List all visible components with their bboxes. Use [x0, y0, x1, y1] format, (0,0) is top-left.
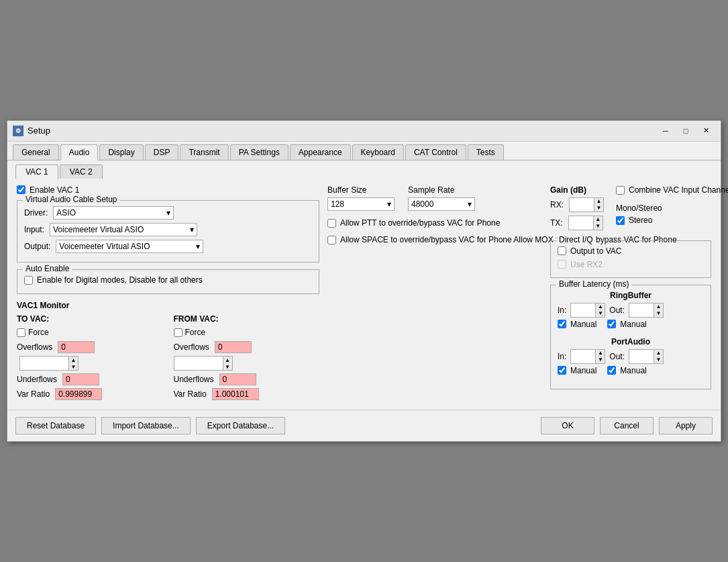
from-vac-ratio-row: 1.000000 ▲ ▼	[174, 356, 320, 371]
rb-in-spinbox[interactable]: 20 ▲ ▼	[570, 303, 605, 318]
driver-row: Driver: ASIO ▾	[24, 206, 312, 220]
rb-in-down[interactable]: ▼	[595, 310, 605, 317]
pa-in-row: In: 0 ▲ ▼ Out: 0	[558, 349, 704, 364]
right-buttons: OK Cancel Apply	[541, 417, 713, 434]
buffer-latency-group: Buffer Latency (ms) RingBuffer In: 20 ▲ …	[550, 285, 711, 389]
tab-tests[interactable]: Tests	[468, 144, 504, 160]
use-rx2-checkbox[interactable]	[558, 260, 566, 269]
gain-rx-down[interactable]: ▼	[594, 205, 603, 212]
combine-vac-checkbox[interactable]	[616, 186, 625, 195]
from-vac-ratio-down[interactable]: ▼	[223, 363, 232, 370]
to-vac-varratio-value: 0.999899	[55, 388, 102, 400]
apply-button[interactable]: Apply	[659, 417, 713, 434]
rb-in-manual-checkbox[interactable]	[558, 320, 566, 328]
pa-in-down[interactable]: ▼	[595, 357, 605, 363]
allow-space-checkbox[interactable]	[327, 236, 336, 244]
gain-rx-btns: ▲ ▼	[594, 198, 603, 212]
output-select[interactable]: Voicemeeter Virtual ASIO ▾	[56, 240, 203, 253]
gain-rx-input[interactable]: -30	[570, 199, 594, 211]
rb-in-input[interactable]: 20	[571, 304, 595, 316]
tab-keyboard[interactable]: Keyboard	[352, 144, 404, 160]
rb-out-manual-checkbox[interactable]	[607, 320, 616, 328]
from-vac-force-check: Force	[174, 328, 206, 337]
enable-vac-checkbox[interactable]	[17, 185, 25, 194]
to-vac-ratio-input[interactable]: 1.000000	[20, 357, 68, 369]
sample-label: Sample Rate	[408, 185, 475, 195]
from-vac-overflows-row: Overflows 0	[174, 341, 320, 353]
to-vac-ratio-spinbox[interactable]: 1.000000 ▲ ▼	[19, 356, 79, 371]
rb-out-manual-label: Manual	[620, 320, 646, 329]
to-vac-force-checkbox[interactable]	[17, 328, 25, 337]
driver-select[interactable]: ASIO ▾	[53, 206, 174, 220]
allow-ptt-label: Allow PTT to override/bypass VAC for Pho…	[340, 218, 500, 229]
main-content: Enable VAC 1 Virtual Audio Cable Setup D…	[7, 179, 721, 410]
gain-rx-label: RX:	[550, 200, 564, 209]
rb-out-input[interactable]: 20	[629, 304, 654, 316]
sample-select[interactable]: 48000 ▾	[408, 197, 475, 211]
pa-out-down[interactable]: ▼	[654, 357, 663, 363]
from-vac-ratio-up[interactable]: ▲	[223, 357, 232, 363]
tab-display[interactable]: Display	[99, 144, 143, 160]
gain-tx-input[interactable]: 0	[569, 217, 593, 229]
import-db-button[interactable]: Import Database...	[101, 417, 191, 434]
pa-out-manual-checkbox[interactable]	[607, 366, 616, 375]
pa-in-up[interactable]: ▲	[595, 350, 605, 357]
tab-general[interactable]: General	[13, 144, 59, 160]
gain-rx-spinbox[interactable]: -30 ▲ ▼	[569, 197, 604, 212]
to-vac-overflows-row: Overflows 0	[17, 341, 163, 353]
from-vac-overflows-label: Overflows	[174, 342, 209, 352]
to-vac-ratio-row: 1.000000 ▲ ▼	[17, 356, 163, 371]
gain-rx-up[interactable]: ▲	[594, 198, 603, 205]
to-vac-overflows-label: Overflows	[17, 342, 52, 352]
tab-pa-settings[interactable]: PA Settings	[230, 144, 289, 160]
to-vac-ratio-up[interactable]: ▲	[68, 357, 78, 363]
from-vac-force-label: Force	[185, 328, 206, 337]
export-db-button[interactable]: Export Database...	[196, 417, 285, 434]
tab-cat-control[interactable]: CAT Control	[405, 144, 466, 160]
to-vac-force-row: Force	[17, 328, 163, 337]
ring-buffer-in-row: In: 20 ▲ ▼ Out: 20	[558, 303, 704, 318]
stereo-checkbox[interactable]	[616, 216, 625, 225]
gain-tx-down[interactable]: ▼	[593, 223, 603, 230]
rb-out-down[interactable]: ▼	[654, 310, 663, 317]
output-to-vac-checkbox[interactable]	[558, 246, 566, 255]
gain-group: Gain (dB) RX: -30 ▲ ▼	[550, 185, 604, 234]
allow-ptt-checkbox[interactable]	[327, 219, 336, 228]
rb-in-up[interactable]: ▲	[595, 303, 605, 310]
pa-out-input[interactable]: 0	[629, 350, 654, 363]
cancel-button[interactable]: Cancel	[600, 417, 654, 434]
pa-out-up[interactable]: ▲	[654, 350, 663, 357]
output-to-vac-row: Output to VAC	[558, 246, 704, 256]
from-vac-ratio-spinbox[interactable]: 1.000000 ▲ ▼	[174, 356, 233, 371]
tab-appearance[interactable]: Appearance	[290, 144, 351, 160]
pa-in-spinbox[interactable]: 0 ▲ ▼	[570, 349, 605, 364]
reset-db-button[interactable]: Reset Database	[15, 417, 96, 434]
pa-out-manual-label: Manual	[620, 366, 646, 375]
from-vac-ratio-input[interactable]: 1.000000	[174, 357, 223, 369]
window-title: Setup	[28, 126, 50, 136]
maximize-button[interactable]: □	[676, 124, 695, 138]
input-select[interactable]: Voicemeeter Virtual ASIO ▾	[50, 223, 197, 236]
pa-in-input[interactable]: 0	[571, 350, 595, 363]
from-vac-force-checkbox[interactable]	[174, 328, 183, 337]
tab-vac2[interactable]: VAC 2	[60, 165, 103, 179]
ring-buffer-title: RingBuffer	[558, 291, 704, 300]
to-vac-varratio-label: Var Ratio	[17, 389, 50, 399]
close-button[interactable]: ✕	[696, 124, 715, 138]
to-vac-ratio-down[interactable]: ▼	[68, 363, 78, 370]
buffer-select[interactable]: 128 ▾	[327, 197, 395, 211]
minimize-button[interactable]: ─	[656, 124, 675, 138]
gain-tx-up[interactable]: ▲	[593, 216, 603, 223]
rb-out-spinbox[interactable]: 20 ▲ ▼	[629, 303, 664, 318]
pa-out-spinbox[interactable]: 0 ▲ ▼	[629, 349, 664, 364]
auto-enable-checkbox[interactable]	[24, 276, 33, 285]
tab-dsp[interactable]: DSP	[145, 144, 179, 160]
ok-button[interactable]: OK	[541, 417, 594, 434]
direct-iq-group: Direct I/Q Output to VAC Use RX2	[550, 240, 711, 278]
tab-audio[interactable]: Audio	[60, 144, 99, 160]
rb-out-up[interactable]: ▲	[654, 303, 663, 310]
tab-transmit[interactable]: Transmit	[180, 144, 228, 160]
tab-vac1[interactable]: VAC 1	[15, 165, 58, 179]
pa-in-manual-checkbox[interactable]	[558, 366, 566, 375]
gain-tx-spinbox[interactable]: 0 ▲ ▼	[568, 216, 603, 230]
